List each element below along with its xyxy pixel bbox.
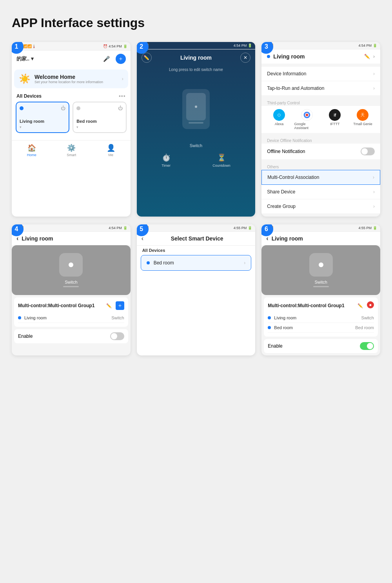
all-devices-header: All Devices ••• (12, 91, 131, 102)
add-group-button-4[interactable]: ＋ (116, 301, 124, 310)
device-led (195, 106, 197, 108)
screen-5: 5 📶📶 4:55 PM 🔋 ‹ Select Smart Device All… (137, 224, 256, 355)
nav-smart[interactable]: ⚙️ Smart (67, 144, 76, 157)
device-bar-6 (313, 286, 329, 287)
control-room-6-1: Bed room (274, 325, 293, 330)
alexa-item[interactable]: ○ Alexa (266, 109, 292, 130)
smart-nav-icon: ⚙️ (67, 144, 76, 152)
welcome-arrow-icon[interactable]: › (122, 76, 123, 82)
menu-share-device[interactable]: Share Device › (261, 185, 380, 199)
power-icon-2[interactable]: ⏻ (118, 106, 123, 111)
delete-group-button-6[interactable]: ● (367, 301, 374, 308)
switch-label-2: Switch (137, 143, 256, 149)
device-sub-2: ▾ (76, 125, 122, 129)
menu-create-group[interactable]: Create Group › (261, 199, 380, 213)
time-5: 4:55 PM (234, 226, 247, 230)
battery-4: 🔋 (123, 226, 127, 230)
device-inner-dot-6 (319, 262, 323, 267)
countdown-action[interactable]: ⏳ Countdown (212, 153, 230, 168)
device-preview-4: Switch (12, 245, 131, 295)
screen5-header: ‹ Select Smart Device (137, 232, 256, 246)
countdown-label: Countdown (212, 164, 230, 168)
home-name[interactable]: 的家.. ▾ (16, 55, 34, 62)
device-card-living-room[interactable]: ⏻ Living room ▾ (16, 102, 69, 133)
page-title: APP Interface settings (12, 16, 380, 30)
welcome-sub: Set your home location for more informat… (34, 80, 103, 84)
enable-toggle-6[interactable] (360, 342, 374, 350)
menu-device-info-label: Device Information (267, 71, 306, 77)
nav-me-label: Me (109, 153, 114, 157)
nav-home-label: Home (27, 153, 36, 157)
tmall-icon: 天 (357, 109, 368, 121)
screen4-header: ‹ Living room (12, 232, 131, 245)
enable-label-4: Enable (18, 333, 33, 339)
offline-toggle-label: Offline Notification (267, 149, 305, 154)
ifttt-item[interactable]: if IFTTT (322, 109, 348, 130)
power-icon-1[interactable]: ⏻ (61, 106, 65, 111)
menu-arrow-cg: › (373, 204, 375, 209)
time-6: 4:55 PM (358, 226, 372, 230)
screen-3: 3 📶📶 4:54 PM 🔋 Living room ✏️ › (261, 42, 380, 217)
status-bar-2: 📶📶 4:54 PM 🔋 (137, 42, 256, 49)
edit-icon[interactable]: ✏️ (142, 53, 152, 63)
status-time-1: 4:54 PM (109, 44, 122, 48)
edit-group-button-4[interactable]: ✏️ (105, 301, 113, 310)
home-nav-icon: 🏠 (27, 144, 36, 152)
add-device-icon[interactable]: ＋ (116, 54, 126, 64)
edit-icon-3[interactable]: ✏️ (364, 54, 370, 59)
all-devices-label-5: All Devices (137, 246, 256, 255)
tmall-item[interactable]: 天 Tmall Genie (350, 109, 376, 130)
close-icon[interactable]: ✕ (240, 53, 250, 63)
enable-row-4: Enable (14, 329, 128, 343)
screen3-device-header: Living room ✏️ › (261, 49, 380, 64)
others-label: Others (261, 162, 380, 170)
screen2-header: ✏️ Living room ✕ (137, 49, 256, 66)
svg-point-2 (306, 114, 309, 117)
time-2: 4:54 PM (234, 44, 247, 47)
nav-home[interactable]: 🏠 Home (27, 144, 36, 157)
menu-device-info[interactable]: Device Information › (261, 67, 380, 81)
multi-control-section-6: Multi-control:Multi-control Group1 ✏️ ● … (264, 297, 378, 337)
control-device-6-1: Bed room (355, 325, 374, 330)
tmall-label: Tmall Genie (353, 122, 372, 126)
multi-control-title-4: Multi-control:Multi-control Group1 (18, 303, 94, 308)
menu-multi-control[interactable]: Multi-Control Association › (261, 170, 380, 185)
offline-toggle[interactable] (361, 148, 375, 155)
multi-control-header-6: Multi-control:Multi-control Group1 ✏️ ● (268, 301, 374, 310)
multi-control-section-4: Multi-control:Multi-control Group1 ✏️ ＋ … (14, 297, 128, 327)
google-item[interactable]: Google Assistant (294, 109, 319, 130)
status-right-4: 4:54 PM 🔋 (109, 226, 127, 230)
mic-icon[interactable]: 🎤 (102, 54, 112, 64)
all-devices-title: All Devices (16, 93, 42, 99)
timer-label: Timer (162, 164, 171, 168)
sun-icon: ☀️ (19, 73, 31, 84)
status-right-1: ⏰ 4:54 PM 🔋 (103, 44, 127, 48)
enable-toggle-4[interactable] (110, 332, 124, 340)
device-card-top-2: ⏻ (76, 106, 122, 111)
more-icon-3[interactable]: › (373, 54, 375, 59)
menu-arrow-sd: › (373, 189, 375, 195)
nav-me[interactable]: 👤 Me (107, 144, 115, 157)
third-party-label: Third-party Control (261, 98, 380, 106)
more-options-icon[interactable]: ••• (119, 93, 126, 99)
menu-tap-run-label: Tap-to-Run and Automation (267, 86, 324, 91)
device-label-6: Switch (314, 280, 327, 284)
edit-group-button-6[interactable]: ✏️ (356, 301, 365, 310)
device-card-bedroom[interactable]: ⏻ Bed room ▾ (73, 102, 126, 133)
screen-1: 1 的家 📶📶🌡️ ⏰ 4:54 PM 🔋 的家.. ▾ 🎤 ＋ ☀️ (12, 42, 131, 217)
enable-row-6: Enable (264, 339, 378, 353)
menu-tap-run[interactable]: Tap-to-Run and Automation › (261, 81, 380, 95)
device-sub-1: ▾ (20, 125, 65, 129)
third-party-grid: ○ Alexa Google Assistant if IFTTT 天 Tmal… (261, 106, 380, 133)
enable-label-6: Enable (268, 343, 282, 349)
screen6-title: Living room (272, 235, 303, 242)
device-select-bedroom[interactable]: Bed room › (141, 255, 252, 271)
timer-icon: ⏱️ (162, 153, 171, 162)
welcome-title: Welcome Home (34, 74, 103, 80)
battery-2: 🔋 (248, 44, 252, 47)
header-icons: 🎤 ＋ (102, 54, 126, 64)
control-item-4-0: Living room Switch (18, 313, 124, 323)
control-room-6-0: Living room (274, 315, 296, 320)
device-rect (186, 93, 206, 120)
timer-action[interactable]: ⏱️ Timer (162, 153, 171, 168)
